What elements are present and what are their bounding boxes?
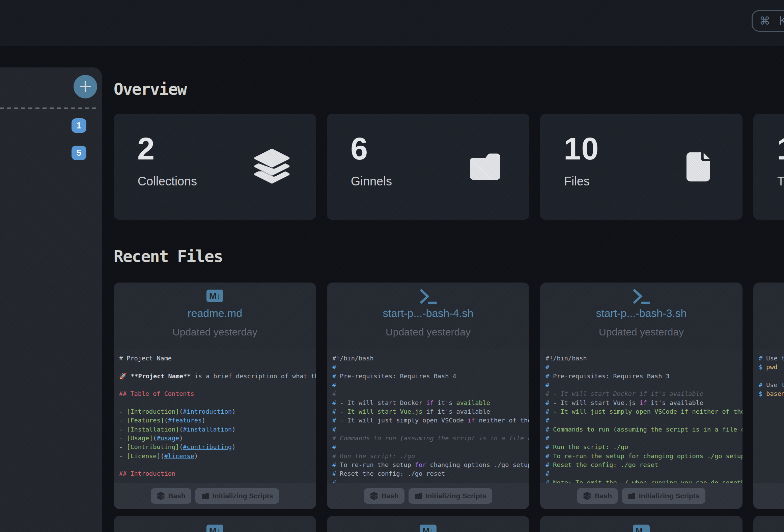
tag-label: Bash	[168, 492, 185, 500]
command-palette-button[interactable]: ⌘ K	[752, 10, 784, 32]
code-line: #	[545, 363, 743, 372]
code-line: 🚀 **Project Name** is a brief descriptio…	[119, 372, 316, 381]
folder-icon	[414, 492, 423, 500]
stat-label: Ginnels	[351, 174, 392, 189]
code-line: # - It will start Docker if it's availab…	[545, 389, 743, 398]
file-card-partial[interactable]: # Use th$ pwd# Use th$ basenam	[753, 283, 784, 509]
file-updated-label: Updated yesterday	[327, 326, 529, 338]
code-line: $ pwd	[759, 363, 784, 372]
command-icon: ⌘	[759, 16, 770, 26]
code-line: #!/bin/bash	[332, 354, 529, 363]
sidebar-badge-1[interactable]: 1	[72, 118, 86, 133]
code-line: # Commands to run (assuming the script i…	[332, 434, 529, 443]
file-card-clipped[interactable]: M↓	[114, 516, 316, 532]
code-line: #	[545, 469, 743, 478]
sidebar-divider	[0, 108, 97, 109]
code-line: - [Contributing](#contributing)	[119, 443, 316, 451]
tag-label: Bash	[381, 492, 398, 500]
code-line: - [Introduction](#introduction)	[119, 407, 316, 416]
file-code-preview: #!/bin/bash## Pre-requisites: Requires B…	[540, 349, 743, 483]
tag-label: Initializing Scripts	[213, 492, 273, 500]
tag-chip-bash[interactable]: Bash	[151, 488, 191, 504]
markdown-icon: M↓	[633, 525, 650, 532]
file-card-header: start-p...-bash-3.shUpdated yesterday	[540, 283, 743, 349]
tag-chip-bash[interactable]: Bash	[364, 488, 404, 504]
tag-chip-initializing-scripts[interactable]: Initializing Scripts	[195, 488, 279, 504]
stat-label: T	[777, 174, 784, 189]
stat-label: Files	[564, 174, 590, 189]
code-line	[119, 363, 316, 372]
file-updated-label: Updated yesterday	[114, 326, 316, 338]
file-card-footer: BashInitializing Scripts	[540, 483, 743, 509]
plus-icon: +	[78, 77, 93, 95]
layers-icon	[370, 492, 378, 500]
code-line: # Reset the config: ./go reset	[332, 469, 529, 478]
code-line: ## Introduction	[119, 469, 316, 478]
file-card-footer: BashInitializing Scripts	[114, 483, 316, 509]
tag-chip-bash[interactable]: Bash	[577, 488, 617, 504]
stat-card-collections: 2Collections	[114, 114, 316, 220]
terminal-icon	[419, 288, 438, 305]
code-line: - [Usage](#usage)	[119, 434, 316, 443]
file-card-readme.md[interactable]: M↓readme.mdUpdated yesterday# Project Na…	[114, 283, 316, 509]
file-card-footer: BashInitializing Scripts	[327, 483, 529, 509]
command-key-label: K	[779, 15, 784, 27]
tag-chip-initializing-scripts[interactable]: Initializing Scripts	[622, 488, 705, 504]
code-line: # Project Name	[119, 354, 316, 363]
code-line: #	[332, 363, 529, 372]
code-line	[119, 381, 316, 389]
file-icon	[680, 149, 717, 185]
file-card-start-p...-bash-3.sh[interactable]: start-p...-bash-3.shUpdated yesterday#!/…	[540, 283, 743, 509]
layers-icon	[583, 492, 591, 500]
code-line: $ basenam	[759, 389, 784, 398]
code-line: # Note: To omit the ./ when running you …	[545, 478, 743, 483]
sidebar-badge-2[interactable]: 5	[72, 146, 86, 160]
top-bar: ⌘ K	[0, 0, 784, 46]
stat-value: 6	[351, 132, 368, 165]
code-line: ## Table of Contents	[119, 389, 316, 398]
file-card-header: start-p...-bash-4.shUpdated yesterday	[327, 283, 529, 349]
terminal-icon	[632, 288, 651, 305]
file-card-clipped[interactable]	[753, 516, 784, 532]
code-line: # Reset the config: ./go reset	[545, 461, 743, 469]
code-line: #!/bin/bash	[545, 354, 743, 363]
code-line: # - It will start Vue.js if it's availab…	[332, 407, 529, 416]
code-line	[759, 372, 784, 381]
recent-files-second-row: M↓M↓M↓	[114, 516, 784, 532]
file-card-clipped[interactable]: M↓	[327, 516, 529, 532]
layers-icon	[253, 149, 290, 185]
code-line: # Run the script: ./go	[332, 452, 529, 461]
file-card-clipped[interactable]: M↓	[540, 516, 743, 532]
code-line: # Pre-requisites: Requires Bash 4	[332, 372, 529, 381]
code-line: # Run the script: ./go	[545, 443, 743, 451]
folder-icon	[467, 149, 504, 185]
stat-value: 10	[564, 132, 599, 165]
file-name[interactable]: readme.md	[114, 306, 316, 320]
code-line	[119, 398, 316, 407]
tag-label: Bash	[594, 492, 612, 500]
file-card-header	[753, 283, 784, 349]
code-line: # Commands to run (assuming the script i…	[545, 425, 743, 434]
code-line: - [License](#license)	[119, 452, 316, 461]
code-line: # - It will start Docker if it's availab…	[332, 398, 529, 407]
code-line: #	[332, 443, 529, 451]
stat-card-files: 10Files	[540, 114, 743, 220]
code-line: #	[545, 381, 743, 389]
code-line: # Use th	[759, 381, 784, 389]
stat-value: 1	[777, 132, 784, 165]
code-line: #	[332, 478, 529, 483]
markdown-icon: M↓	[206, 525, 223, 532]
markdown-icon: M↓	[206, 290, 223, 302]
tag-chip-initializing-scripts[interactable]: Initializing Scripts	[409, 488, 492, 504]
sidebar: + 1 5	[0, 67, 102, 532]
overview-title: Overview	[114, 80, 186, 99]
recent-files-row: M↓readme.mdUpdated yesterday# Project Na…	[114, 283, 784, 509]
stat-card-ginnels: 6Ginnels	[327, 114, 529, 220]
file-card-start-p...-bash-4.sh[interactable]: start-p...-bash-4.shUpdated yesterday#!/…	[327, 283, 529, 509]
file-name[interactable]: start-p...-bash-4.sh	[327, 306, 529, 320]
file-name[interactable]: start-p...-bash-3.sh	[540, 306, 743, 320]
code-line: #	[545, 434, 743, 443]
add-button[interactable]: +	[74, 75, 97, 98]
code-line: - [Features](#features)	[119, 416, 316, 425]
code-line: # To re-run the setup for changing optio…	[332, 461, 529, 469]
